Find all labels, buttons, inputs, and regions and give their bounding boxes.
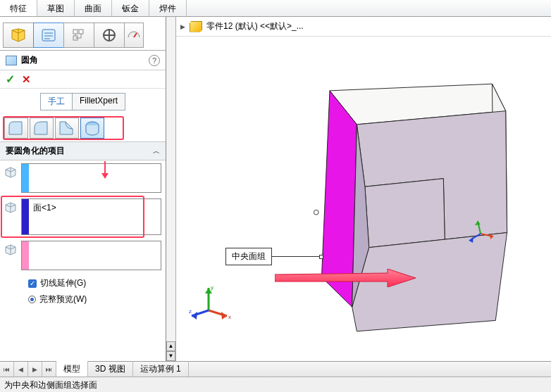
tab-features[interactable]: 特征 xyxy=(0,0,37,16)
breadcrumb-part-name[interactable]: 零件12 (默认) <<默认>_... xyxy=(206,20,304,32)
annotation-arrow-icon xyxy=(104,161,106,178)
side-face-1-row xyxy=(0,160,166,196)
fm-tab-config[interactable] xyxy=(63,23,94,48)
bottom-tab-model[interactable]: 模型 xyxy=(56,361,88,377)
bottom-tab-motion[interactable]: 运动算例 1 xyxy=(133,361,189,377)
center-face-value: 面<1> xyxy=(29,199,61,234)
fillet-type-face[interactable] xyxy=(55,118,79,139)
center-face-input[interactable]: 面<1> xyxy=(21,198,161,235)
view-triad-icon: x y z xyxy=(189,282,231,324)
model-svg xyxy=(176,37,551,361)
svg-text:y: y xyxy=(211,284,213,291)
bottom-tab-nav: ⏮ ◀ ▶ ⏭ xyxy=(0,362,56,377)
feature-manager-tabs xyxy=(0,17,166,51)
svg-marker-32 xyxy=(275,269,416,287)
cancel-button[interactable]: ✕ xyxy=(22,73,31,86)
scroll-up-icon[interactable]: ▲ xyxy=(166,341,175,351)
svg-marker-25 xyxy=(365,179,445,248)
svg-marker-36 xyxy=(475,221,481,225)
property-title: 圆角 xyxy=(21,54,38,66)
section-items-label: 要圆角化的项目 xyxy=(6,145,65,157)
status-bar: 为中央和边侧面组选择面 xyxy=(0,377,551,392)
svg-text:x: x xyxy=(228,314,231,320)
tab-nav-prev[interactable]: ◀ xyxy=(14,362,28,377)
svg-marker-46 xyxy=(192,312,197,320)
ribbon-tabs: 特征 草图 曲面 钣金 焊件 xyxy=(0,0,551,17)
mode-manual[interactable]: 手工 xyxy=(40,93,72,110)
full-preview-radio[interactable]: 完整预览(W) xyxy=(28,293,159,305)
fillet-type-row xyxy=(0,116,166,141)
fillet-type-variable[interactable] xyxy=(30,118,54,139)
section-items-header[interactable]: 要圆角化的项目 ︿ xyxy=(0,141,166,160)
fm-tab-dim[interactable] xyxy=(94,23,125,48)
tab-nav-first[interactable]: ⏮ xyxy=(0,362,14,377)
side-face-2-input[interactable] xyxy=(21,241,161,270)
fillet-type-full-round[interactable] xyxy=(80,118,104,139)
face-set-icon xyxy=(4,244,17,256)
svg-rect-11 xyxy=(73,30,78,34)
center-face-row: 面<1> xyxy=(0,196,166,238)
callout-handle[interactable] xyxy=(319,255,323,259)
face-set-icon xyxy=(4,166,17,179)
tangent-label: 切线延伸(G) xyxy=(40,277,86,289)
property-header: 圆角 ? xyxy=(0,51,166,70)
tab-sketch[interactable]: 草图 xyxy=(37,0,75,16)
svg-text:z: z xyxy=(189,308,192,315)
options-group: ✓切线延伸(G) 完整预览(W) xyxy=(0,273,166,314)
tab-weldment[interactable]: 焊件 xyxy=(149,0,187,16)
breadcrumb-expand-icon[interactable]: ▶ xyxy=(180,23,185,30)
ok-cancel-row: ✓ ✕ xyxy=(0,70,166,89)
panel-scrollbar[interactable]: ▲ ▼ xyxy=(166,17,176,361)
tangent-check[interactable]: ✓切线延伸(G) xyxy=(28,277,159,289)
svg-rect-7 xyxy=(42,30,55,41)
model-origin-triad-icon xyxy=(466,220,495,248)
svg-marker-40 xyxy=(221,312,227,320)
annotation-arrow-icon xyxy=(275,269,416,287)
side-face-2-row xyxy=(0,238,166,273)
model-canvas[interactable]: 中央面组 x y z xyxy=(176,37,551,361)
graphics-viewport[interactable]: ▶ 零件12 (默认) <<默认>_... xyxy=(176,17,551,361)
bottom-tab-strip: ⏮ ◀ ▶ ⏭ 模型 3D 视图 运动算例 1 xyxy=(0,361,551,377)
help-icon[interactable]: ? xyxy=(149,55,160,66)
scroll-down-icon[interactable]: ▼ xyxy=(166,351,175,361)
side-face-1-input[interactable] xyxy=(21,163,161,193)
face-set-icon xyxy=(4,201,17,214)
breadcrumb: ▶ 零件12 (默认) <<默认>_... xyxy=(176,17,551,37)
svg-marker-34 xyxy=(490,234,493,239)
tab-nav-next[interactable]: ▶ xyxy=(28,362,42,377)
face-callout: 中央面组 xyxy=(225,248,323,265)
tab-nav-last[interactable]: ⏭ xyxy=(42,362,56,377)
fillet-type-const-radius[interactable] xyxy=(4,118,28,139)
fm-tab-tree[interactable] xyxy=(3,23,34,48)
status-text: 为中央和边侧面组选择面 xyxy=(4,380,97,390)
property-manager-panel: 圆角 ? ✓ ✕ 手工 FilletXpert 要圆角化的项目 ︿ xyxy=(0,17,166,361)
full-preview-label: 完整预览(W) xyxy=(39,293,87,305)
callout-label: 中央面组 xyxy=(225,248,272,265)
ok-button[interactable]: ✓ xyxy=(6,72,15,86)
chevron-up-icon: ︿ xyxy=(153,146,160,156)
svg-rect-12 xyxy=(79,30,83,34)
fillet-feature-icon xyxy=(6,56,17,65)
fm-tab-more[interactable] xyxy=(124,23,144,48)
tab-sheetmetal[interactable]: 钣金 xyxy=(112,0,149,16)
svg-point-31 xyxy=(314,210,318,215)
tab-surface[interactable]: 曲面 xyxy=(75,0,112,16)
mode-filletxpert[interactable]: FilletXpert xyxy=(72,93,125,110)
bottom-tab-3dview[interactable]: 3D 视图 xyxy=(88,361,133,377)
fm-tab-property[interactable] xyxy=(33,23,64,48)
part-icon xyxy=(190,21,202,32)
fillet-mode-tabs: 手工 FilletXpert xyxy=(0,89,166,116)
